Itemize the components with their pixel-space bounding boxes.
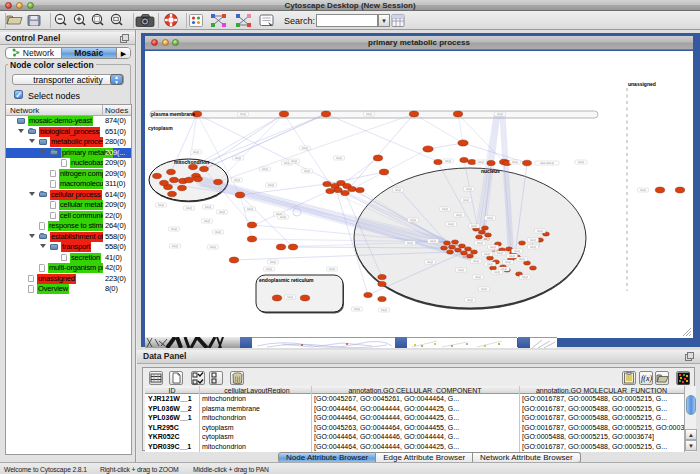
svg-text:ax_r: ax_r xyxy=(484,237,490,241)
svg-text:plasma membrane: plasma membrane xyxy=(151,111,195,117)
svg-text:aa-p: aa-p xyxy=(456,213,462,217)
svg-text:aa-p: aa-p xyxy=(215,230,221,234)
svg-text:aa-p: aa-p xyxy=(240,112,246,116)
svg-text:ax_r: ax_r xyxy=(478,231,484,235)
svg-text:aa-p: aa-p xyxy=(519,257,525,261)
svg-text:f(x): f(x) xyxy=(641,374,652,383)
svg-text:aa-p: aa-p xyxy=(172,244,178,248)
svg-text:aa-p: aa-p xyxy=(477,241,483,245)
svg-text:aa-p: aa-p xyxy=(205,205,211,209)
svg-text:aa-p: aa-p xyxy=(578,160,584,164)
svg-text:aa-p: aa-p xyxy=(291,159,297,163)
svg-text:aa-p: aa-p xyxy=(280,215,286,219)
svg-text:aa-p: aa-p xyxy=(466,187,472,191)
svg-text:aa-p: aa-p xyxy=(366,112,372,116)
svg-text:aa-p: aa-p xyxy=(522,275,528,279)
svg-text:aa-p: aa-p xyxy=(514,249,520,253)
svg-text:ax_r: ax_r xyxy=(492,249,498,253)
svg-text:aa-p: aa-p xyxy=(171,227,177,231)
svg-text:aa-p: aa-p xyxy=(354,307,360,311)
svg-text:aa-p: aa-p xyxy=(530,245,536,249)
svg-text:nucleus: nucleus xyxy=(481,168,500,174)
svg-text:ax_r: ax_r xyxy=(463,255,469,259)
svg-text:aa-p: aa-p xyxy=(475,275,481,279)
svg-text:aa-p: aa-p xyxy=(287,295,293,299)
svg-text:aa-p: aa-p xyxy=(530,238,536,242)
svg-text:aa-p: aa-p xyxy=(445,159,451,163)
svg-text:aa-p: aa-p xyxy=(471,224,477,228)
svg-text:aa-p: aa-p xyxy=(497,251,503,255)
svg-text:aa-p: aa-p xyxy=(467,298,473,302)
svg-text:endoplasmic reticulum: endoplasmic reticulum xyxy=(259,277,314,283)
svg-text:aa-p: aa-p xyxy=(329,267,335,271)
svg-text:aa-p: aa-p xyxy=(497,112,503,116)
svg-text:aa-p: aa-p xyxy=(381,308,387,312)
svg-text:aa-p: aa-p xyxy=(395,188,401,192)
svg-text:aa-p: aa-p xyxy=(478,160,484,164)
svg-text:aa-p: aa-p xyxy=(427,260,433,264)
svg-text:aa-p: aa-p xyxy=(484,252,490,256)
svg-text:aa-p: aa-p xyxy=(512,160,518,164)
svg-text:aa-p: aa-p xyxy=(235,156,241,160)
svg-text:aa-p: aa-p xyxy=(302,146,308,150)
svg-text:aa-p: aa-p xyxy=(473,259,479,263)
svg-text:aa-p: aa-p xyxy=(481,287,487,291)
svg-text:aa-p: aa-p xyxy=(268,183,274,187)
svg-text:aa-p: aa-p xyxy=(262,167,268,171)
svg-text:aa-p: aa-p xyxy=(509,254,515,258)
svg-text:aa-p: aa-p xyxy=(640,188,646,192)
svg-text:aa-p: aa-p xyxy=(442,207,448,211)
svg-text:aa-p: aa-p xyxy=(458,268,464,272)
svg-text:aa-p: aa-p xyxy=(505,260,511,264)
svg-text:aa-p: aa-p xyxy=(487,216,493,220)
svg-text:aa-p: aa-p xyxy=(219,210,225,214)
svg-text:mitochondrion: mitochondrion xyxy=(174,159,209,165)
svg-text:aa-p: aa-p xyxy=(158,203,164,207)
svg-text:aa-p: aa-p xyxy=(204,219,210,223)
svg-text:aaa-aaa-p: aaa-aaa-p xyxy=(540,161,554,165)
svg-text:aa-p: aa-p xyxy=(448,222,454,226)
svg-text:unassigned: unassigned xyxy=(628,81,656,87)
svg-text:aa-p: aa-p xyxy=(410,218,416,222)
svg-text:aa-p: aa-p xyxy=(270,260,276,264)
svg-text:aa-p: aa-p xyxy=(494,270,500,274)
svg-text:aa-p: aa-p xyxy=(266,267,272,271)
svg-text:aa-p: aa-p xyxy=(234,178,240,182)
svg-text:cytoplasm: cytoplasm xyxy=(148,125,173,131)
svg-text:aa-p: aa-p xyxy=(304,169,310,173)
svg-text:aa-p: aa-p xyxy=(336,156,342,160)
svg-text:aa-p: aa-p xyxy=(247,207,253,211)
svg-text:aa-p: aa-p xyxy=(193,150,199,154)
svg-text:aa-p: aa-p xyxy=(407,241,413,245)
svg-text:aa-p: aa-p xyxy=(430,239,436,243)
svg-text:aa-p: aa-p xyxy=(210,245,216,249)
svg-text:aa-p: aa-p xyxy=(537,229,543,233)
svg-text:aa-p: aa-p xyxy=(186,206,192,210)
svg-text:aa-p: aa-p xyxy=(463,198,469,202)
svg-text:aa-p: aa-p xyxy=(487,262,493,266)
svg-text:ax_r: ax_r xyxy=(455,243,461,247)
